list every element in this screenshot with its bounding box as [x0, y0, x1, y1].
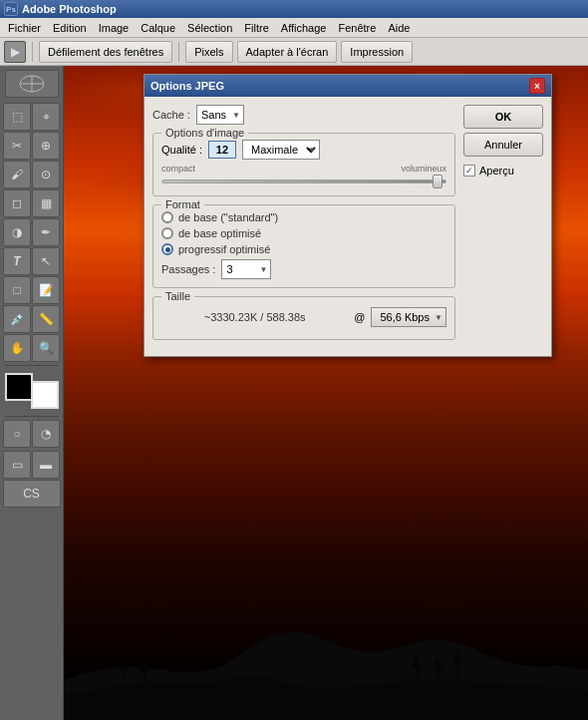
- slider-labels: compact volumineux: [161, 164, 446, 174]
- toolbox: ⬚ ⌖ ✂ ⊕ 🖌 ⊙ ◻ ▦ ◑ ✒ T ↖ □ 📝 💉 📏: [0, 66, 64, 720]
- app-icon: Ps: [4, 2, 18, 16]
- quality-slider-thumb[interactable]: [433, 175, 442, 188]
- toolbar: ▶ Défilement des fenêtres Pixels Adapter…: [0, 38, 588, 66]
- tool-row-4: ◻ ▦: [3, 189, 60, 217]
- image-options-group: Options d'image Qualité : Maximale Haute: [152, 133, 455, 196]
- type-tool[interactable]: T: [3, 247, 31, 275]
- taille-speed-button[interactable]: 56,6 Kbps: [371, 307, 446, 327]
- taille-title: Taille: [161, 290, 194, 302]
- toolbar-separator-2: [178, 42, 179, 62]
- passages-label: Passages :: [161, 263, 215, 275]
- ok-button[interactable]: OK: [463, 105, 543, 129]
- menu-fenetre[interactable]: Fenêtre: [332, 20, 382, 36]
- quick-mask-mode[interactable]: ◔: [32, 420, 60, 448]
- eraser-tool[interactable]: ◻: [3, 189, 31, 217]
- foreground-color[interactable]: [5, 373, 33, 401]
- select-lasso-tool[interactable]: ⌖: [32, 103, 60, 131]
- tool-row-3: 🖌 ⊙: [3, 161, 60, 188]
- taille-at: @: [354, 311, 365, 323]
- heal-tool[interactable]: ⊕: [32, 132, 60, 160]
- tool-row-8: 💉 📏: [3, 305, 60, 333]
- menu-filtre[interactable]: Filtre: [238, 20, 274, 36]
- tool-row-7: □ 📝: [3, 276, 60, 304]
- color-swatch-area: [5, 373, 59, 409]
- pixels-button[interactable]: Pixels: [185, 41, 232, 63]
- format-radio-optimise[interactable]: de base optimisé: [161, 227, 446, 239]
- standard-screen[interactable]: ▭: [3, 451, 31, 479]
- dialog-left-panel: Cache : Sans Options d'image: [152, 105, 455, 348]
- tool-row-view: ▭ ▬: [3, 451, 60, 479]
- quality-input[interactable]: [208, 141, 236, 159]
- feather-icon-area: [5, 70, 59, 98]
- format-radio-progressif[interactable]: progressif optimisé: [161, 243, 446, 255]
- cs-button[interactable]: CS: [3, 480, 61, 508]
- volumineux-label: volumineux: [401, 164, 446, 174]
- jpeg-dialog-titlebar: Options JPEG ×: [145, 75, 551, 97]
- dodge-tool[interactable]: ◑: [3, 218, 31, 246]
- apercu-row: ✓ Aperçu: [463, 165, 543, 177]
- title-bar: Ps Adobe Photoshop: [0, 0, 588, 18]
- annuler-button[interactable]: Annuler: [463, 133, 543, 157]
- full-screen[interactable]: ▬: [32, 451, 60, 479]
- format-title: Format: [161, 198, 204, 210]
- pen-tool[interactable]: ✒: [32, 218, 60, 246]
- main-area: ⬚ ⌖ ✂ ⊕ 🖌 ⊙ ◻ ▦ ◑ ✒ T ↖ □ 📝 💉 📏: [0, 66, 588, 720]
- tool-row-5: ◑ ✒: [3, 218, 60, 246]
- cache-row: Cache : Sans: [152, 105, 455, 125]
- menu-calque[interactable]: Calque: [135, 20, 181, 36]
- notes-tool[interactable]: 📝: [32, 276, 60, 304]
- quality-level-wrapper: Maximale Haute Moyenne Basse: [242, 140, 320, 160]
- adapter-button[interactable]: Adapter à l'écran: [237, 41, 338, 63]
- menu-fichier[interactable]: Fichier: [2, 20, 47, 36]
- toolbar-arrow-tool[interactable]: ▶: [4, 41, 26, 63]
- quality-slider-track: [161, 176, 446, 187]
- select-rect-tool[interactable]: ⬚: [3, 103, 31, 131]
- apercu-checkbox[interactable]: ✓: [463, 165, 475, 177]
- passages-row: Passages : 3 4 5: [161, 259, 446, 279]
- quality-level-select[interactable]: Maximale Haute Moyenne Basse: [242, 140, 320, 160]
- tool-separator-2: [5, 416, 59, 417]
- background-color[interactable]: [31, 381, 59, 409]
- gradient-tool[interactable]: ▦: [32, 189, 60, 217]
- shape-tool[interactable]: □: [3, 276, 31, 304]
- menu-edition[interactable]: Edition: [47, 20, 93, 36]
- format-standard-label: de base ("standard"): [178, 211, 278, 223]
- format-progressif-label: progressif optimisé: [178, 243, 270, 255]
- taille-info: ~3330.23K / 588.38s: [161, 311, 348, 323]
- eyedropper-tool[interactable]: 💉: [3, 305, 31, 333]
- menu-aide[interactable]: Aide: [382, 20, 416, 36]
- quality-slider-bg: [161, 180, 446, 183]
- cache-select[interactable]: Sans: [196, 105, 244, 125]
- hand-tool[interactable]: ✋: [3, 334, 31, 362]
- zoom-tool[interactable]: 🔍: [32, 334, 60, 362]
- passages-select[interactable]: 3 4 5: [221, 259, 271, 279]
- jpeg-dialog-close[interactable]: ×: [529, 78, 545, 94]
- crop-tool[interactable]: ✂: [3, 132, 31, 160]
- app-title: Adobe Photoshop: [22, 3, 117, 15]
- taille-group: Taille ~3330.23K / 588.38s @ 56,6 Kbps: [152, 296, 455, 340]
- toolbar-separator-1: [32, 42, 33, 62]
- measure-tool[interactable]: 📏: [32, 305, 60, 333]
- menu-selection[interactable]: Sélection: [181, 20, 238, 36]
- clone-tool[interactable]: ⊙: [32, 161, 60, 188]
- taille-speed-wrapper: 56,6 Kbps: [371, 307, 446, 327]
- cache-select-wrapper: Sans: [196, 105, 244, 125]
- standard-mode[interactable]: ○: [3, 420, 31, 448]
- path-select-tool[interactable]: ↖: [32, 247, 60, 275]
- menu-bar: Fichier Edition Image Calque Sélection F…: [0, 18, 588, 38]
- defilement-button[interactable]: Défilement des fenêtres: [39, 41, 172, 63]
- format-radio-group: de base ("standard") de base optimisé pr…: [161, 211, 446, 255]
- menu-image[interactable]: Image: [93, 20, 136, 36]
- tool-row-1: ⬚ ⌖: [3, 103, 60, 131]
- image-options-title: Options d'image: [161, 127, 248, 139]
- menu-affichage[interactable]: Affichage: [275, 20, 333, 36]
- brush-tool[interactable]: 🖌: [3, 161, 31, 188]
- apercu-label: Aperçu: [479, 165, 514, 177]
- jpeg-dialog: Options JPEG × Cache : Sans: [144, 74, 552, 357]
- passages-select-wrapper: 3 4 5: [221, 259, 271, 279]
- cache-label: Cache :: [152, 109, 190, 121]
- tool-row-6: T ↖: [3, 247, 60, 275]
- format-radio-standard[interactable]: de base ("standard"): [161, 211, 446, 223]
- impression-button[interactable]: Impression: [341, 41, 413, 63]
- jpeg-dialog-body: Cache : Sans Options d'image: [145, 97, 551, 356]
